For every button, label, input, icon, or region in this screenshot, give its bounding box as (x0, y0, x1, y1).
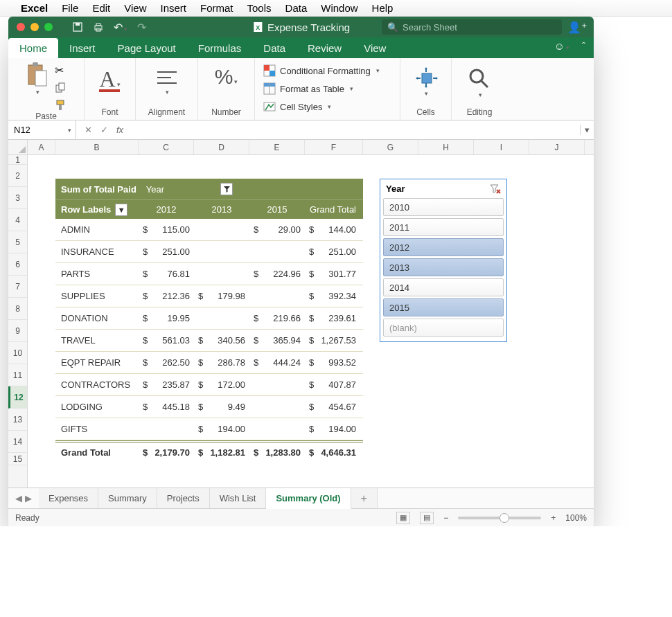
name-box[interactable]: N12▾ (8, 120, 76, 139)
paste-button[interactable]: ▾ (26, 61, 49, 96)
row-header-5[interactable]: 5 (8, 231, 27, 253)
year-slicer[interactable]: Year 201020112012201320142015(blank) (380, 179, 507, 342)
col-header-H[interactable]: H (418, 140, 474, 154)
slicer-item-2010[interactable]: 2010 (383, 198, 504, 216)
tab-page-layout[interactable]: Page Layout (107, 38, 187, 58)
pivot-row[interactable]: TRAVEL$561.03$340.56$365.94$1,267.53 (55, 330, 363, 352)
slicer-item-2012[interactable]: 2012 (383, 238, 504, 256)
pivot-row[interactable]: DONATION$19.95$219.66$239.61 (55, 307, 363, 330)
pivot-row[interactable]: EQPT REPAIR$262.50$286.78$444.24$993.52 (55, 352, 363, 374)
menu-format[interactable]: Format (200, 2, 233, 14)
cancel-formula-icon[interactable]: ✕ (85, 125, 92, 135)
row-header-9[interactable]: 9 (8, 320, 27, 342)
cell-styles-button[interactable]: Cell Styles▾ (263, 98, 380, 115)
row-header-3[interactable]: 3 (8, 187, 27, 209)
menu-help[interactable]: Help (372, 2, 394, 14)
accept-formula-icon[interactable]: ✓ (100, 125, 108, 135)
tab-review[interactable]: Review (297, 38, 353, 58)
conditional-formatting-button[interactable]: Conditional Formatting▾ (263, 62, 380, 79)
number-button[interactable]: %▾ (215, 61, 238, 89)
tab-view[interactable]: View (353, 38, 397, 58)
sheet-nav-prev-icon[interactable]: ◀ (15, 493, 22, 503)
menu-insert[interactable]: Insert (160, 2, 186, 14)
view-page-layout-icon[interactable]: ▤ (420, 512, 434, 524)
alignment-button[interactable]: ▾ (154, 61, 179, 96)
save-icon[interactable] (72, 21, 83, 33)
row-header-4[interactable]: 4 (8, 209, 27, 231)
col-header-A[interactable]: A (28, 140, 55, 154)
collapse-ribbon-icon[interactable]: ˆ (582, 40, 585, 52)
tab-data[interactable]: Data (252, 38, 297, 58)
zoom-level[interactable]: 100% (565, 513, 587, 523)
row-header-6[interactable]: 6 (8, 253, 27, 276)
cells-button[interactable]: ▾ (412, 61, 440, 97)
smiley-icon[interactable]: ☺▾ (554, 40, 569, 52)
menu-view[interactable]: View (124, 2, 146, 14)
format-painter-icon[interactable] (55, 99, 67, 111)
formula-input[interactable] (129, 120, 580, 139)
cells-area[interactable]: Sum of Total Paid Year Row Labels▼ 2012 … (28, 170, 594, 488)
font-button[interactable]: A▾ (99, 61, 120, 92)
menu-file[interactable]: File (62, 2, 78, 14)
menu-window[interactable]: Window (321, 2, 357, 14)
formula-expand-icon[interactable]: ▾ (580, 125, 594, 135)
row-header-12[interactable]: 12 (8, 386, 27, 409)
row-header-15[interactable]: 15 (8, 453, 27, 465)
col-header-E[interactable]: E (249, 140, 305, 154)
sheet-nav-next-icon[interactable]: ▶ (25, 493, 32, 503)
col-header-I[interactable]: I (474, 140, 529, 154)
pivot-row[interactable]: PARTS$76.81$224.96$301.77 (55, 263, 363, 285)
slicer-item-2011[interactable]: 2011 (383, 218, 504, 236)
redo-icon[interactable]: ↷ (137, 21, 146, 34)
row-header-2[interactable]: 2 (8, 165, 27, 187)
close-window-button[interactable] (17, 23, 25, 31)
row-header-8[interactable]: 8 (8, 298, 27, 320)
row-header-1[interactable]: 1 (8, 155, 27, 165)
col-header-B[interactable]: B (55, 140, 139, 154)
col-header-F[interactable]: F (305, 140, 363, 154)
slicer-item-2015[interactable]: 2015 (383, 298, 504, 316)
pivot-row[interactable]: SUPPLIES$212.36$179.98$392.34 (55, 285, 363, 307)
share-icon[interactable]: 👤⁺ (567, 21, 587, 34)
slicer-item-2014[interactable]: 2014 (383, 278, 504, 296)
minimize-window-button[interactable] (30, 23, 39, 31)
tab-home[interactable]: Home (8, 38, 58, 58)
pivot-grand-total-row[interactable]: Grand Total$2,179.70$1,182.81$1,283.80$4… (55, 440, 363, 463)
col-header-G[interactable]: G (363, 140, 418, 154)
select-all-corner[interactable] (8, 140, 28, 155)
sheet-tab-expenses[interactable]: Expenses (39, 488, 98, 508)
menu-tools[interactable]: Tools (247, 2, 272, 14)
view-normal-icon[interactable]: ▦ (396, 512, 410, 524)
zoom-out-icon[interactable]: − (443, 513, 448, 523)
slicer-clear-filter-icon[interactable] (490, 184, 501, 194)
pivot-row[interactable]: LODGING$445.18$9.49$454.67 (55, 396, 363, 418)
pivot-row[interactable]: INSURANCE$251.00$251.00 (55, 241, 363, 263)
menu-app[interactable]: Excel (21, 2, 48, 14)
slicer-item-2013[interactable]: 2013 (383, 258, 504, 276)
zoom-in-icon[interactable]: + (551, 513, 556, 523)
menu-data[interactable]: Data (285, 2, 308, 14)
sheet-tab-summary-old-[interactable]: Summary (Old) (266, 488, 351, 509)
editing-button[interactable]: ▾ (467, 61, 492, 98)
fx-icon[interactable]: fx (116, 125, 129, 135)
pivot-row[interactable]: GIFTS$194.00$194.00 (55, 418, 363, 440)
cut-icon[interactable]: ✂ (55, 64, 67, 77)
col-header-C[interactable]: C (139, 140, 194, 154)
col-header-D[interactable]: D (194, 140, 249, 154)
format-as-table-button[interactable]: Format as Table▾ (263, 80, 380, 97)
pivot-row[interactable]: CONTRACTORS$235.87$172.00$407.87 (55, 374, 363, 396)
row-header-13[interactable]: 13 (8, 409, 27, 431)
slicer-item-(blank)[interactable]: (blank) (383, 319, 504, 337)
tab-insert[interactable]: Insert (58, 38, 107, 58)
undo-icon[interactable]: ↶▾ (114, 21, 127, 34)
pivot-row[interactable]: ADMIN$115.00$29.00$144.00 (55, 219, 363, 241)
sheet-tab-summary[interactable]: Summary (98, 488, 157, 508)
zoom-slider[interactable] (458, 517, 541, 519)
zoom-window-button[interactable] (44, 23, 53, 31)
row-header-11[interactable]: 11 (8, 364, 27, 386)
print-icon[interactable] (93, 21, 104, 33)
sheet-tab-projects[interactable]: Projects (157, 488, 210, 508)
copy-icon[interactable] (55, 82, 67, 93)
row-header-14[interactable]: 14 (8, 431, 27, 453)
sheet-tab-wish-list[interactable]: Wish List (210, 488, 267, 508)
